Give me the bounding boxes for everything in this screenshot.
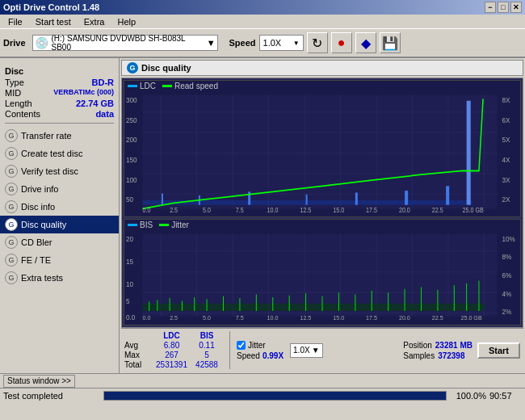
verify-test-disc-label: Verify test disc [21, 166, 78, 176]
svg-text:2%: 2% [502, 309, 512, 317]
close-button[interactable]: ✕ [510, 2, 522, 13]
svg-text:8%: 8% [502, 253, 512, 262]
max-ldc: 267 [153, 351, 190, 359]
svg-text:25.0 GB: 25.0 GB [461, 314, 482, 321]
svg-text:15.0: 15.0 [333, 207, 344, 215]
svg-rect-18 [162, 194, 163, 205]
sidebar-item-disc-quality[interactable]: G Disc quality [0, 216, 119, 233]
ldc-legend-item: LDC [128, 82, 156, 90]
svg-text:7.5: 7.5 [236, 207, 244, 215]
svg-text:15: 15 [126, 258, 133, 267]
bis-header: BIS [191, 331, 223, 340]
speed-stat-label: Speed [237, 351, 260, 360]
window-controls: − □ ✕ [485, 2, 522, 13]
start-button[interactable]: Start [477, 342, 520, 359]
speed-stat-value: 0.99X [262, 351, 284, 360]
svg-text:200: 200 [126, 136, 137, 145]
svg-text:20.0: 20.0 [399, 207, 410, 215]
svg-text:3X: 3X [502, 175, 510, 184]
menu-file[interactable]: File [3, 16, 27, 27]
sidebar-item-verify-test-disc[interactable]: G Verify test disc [0, 162, 119, 180]
speed-arrow: ▼ [293, 40, 300, 47]
transfer-rate-icon: G [5, 129, 18, 142]
max-bis: 5 [191, 351, 223, 359]
sidebar: Disc Type BD-R MID VERBATIMc (000) Lengt… [0, 58, 120, 373]
progress-percentage: 100.0% [450, 391, 486, 401]
verify-test-disc-icon: G [5, 165, 18, 178]
sidebar-item-transfer-rate[interactable]: G Transfer rate [0, 127, 119, 145]
svg-text:0.0: 0.0 [126, 313, 136, 322]
svg-text:22.5: 22.5 [432, 207, 443, 215]
svg-text:4%: 4% [502, 290, 512, 299]
disc-type-label: Type [5, 78, 24, 87]
disc-quality-header: G Disc quality [121, 60, 523, 76]
status-window-bar: Status window >> [0, 373, 525, 388]
disc-length-value: 22.74 GB [76, 99, 114, 108]
speed-select[interactable]: 1.0X ▼ [259, 35, 304, 51]
svg-text:17.5: 17.5 [366, 314, 377, 321]
samples-value: 372398 [438, 351, 464, 360]
max-label: Max [124, 351, 153, 359]
disc-quality-panel: G Disc quality LDC Read speed [120, 58, 525, 373]
status-window-button[interactable]: Status window >> [3, 375, 75, 388]
speed-combo-arrow: ▼ [312, 346, 320, 355]
disc-section-title: Disc [0, 65, 119, 78]
sidebar-item-disc-info[interactable]: G Disc info [0, 198, 119, 216]
svg-text:12.5: 12.5 [300, 314, 311, 321]
maximize-button[interactable]: □ [498, 2, 509, 13]
menu-extra[interactable]: Extra [79, 16, 110, 27]
stats-divider [229, 331, 230, 369]
drive-label: Drive [3, 38, 26, 48]
svg-text:0.0: 0.0 [142, 207, 150, 215]
jitter-checkbox[interactable] [237, 341, 246, 350]
create-test-disc-icon: G [5, 147, 18, 160]
jitter-legend-item: Jitter [159, 220, 189, 229]
titlebar: Opti Drive Control 1.48 − □ ✕ [0, 0, 525, 15]
menu-help[interactable]: Help [112, 16, 141, 27]
svg-text:4X: 4X [502, 155, 510, 164]
save-button[interactable]: 💾 [380, 32, 401, 53]
cd-bler-label: CD Bler [21, 237, 52, 247]
svg-text:10%: 10% [502, 235, 516, 244]
disc-mid-value: VERBATIMc (000) [53, 88, 114, 98]
svg-text:22.5: 22.5 [432, 314, 443, 321]
progress-bar [103, 391, 447, 401]
svg-text:150: 150 [126, 155, 137, 164]
speed-stat-combo[interactable]: 1.0X ▼ [290, 343, 322, 358]
svg-text:20: 20 [126, 235, 133, 244]
action-button-2[interactable]: ◆ [355, 32, 376, 53]
total-label: Total [124, 360, 153, 369]
read-speed-legend-label: Read speed [174, 82, 218, 90]
action-button-1[interactable]: ● [331, 32, 352, 53]
sidebar-item-cd-bler[interactable]: G CD Bler [0, 233, 119, 251]
disc-contents-value: data [95, 109, 114, 119]
jitter-color [159, 224, 169, 226]
svg-rect-22 [355, 192, 358, 204]
svg-text:5: 5 [126, 297, 130, 306]
disc-quality-panel-icon: G [127, 62, 138, 74]
minimize-button[interactable]: − [485, 2, 496, 13]
fe-te-label: FE / TE [21, 255, 51, 265]
sidebar-item-drive-info[interactable]: G Drive info [0, 180, 119, 198]
jitter-legend-label: Jitter [171, 220, 189, 229]
disc-type-value: BD-R [92, 78, 115, 87]
jitter-speed-group: Jitter Speed 0.99X [237, 341, 284, 360]
svg-text:10.0: 10.0 [267, 314, 279, 321]
refresh-button[interactable]: ↻ [307, 32, 328, 53]
sidebar-item-fe-te[interactable]: G FE / TE [0, 251, 119, 269]
svg-text:5.0: 5.0 [203, 207, 211, 215]
svg-text:20.0: 20.0 [399, 314, 410, 321]
total-bis: 42588 [191, 360, 223, 369]
sidebar-item-create-test-disc[interactable]: G Create test disc [0, 145, 119, 162]
svg-rect-25 [467, 101, 471, 205]
sidebar-item-extra-tests[interactable]: G Extra tests [0, 269, 119, 287]
app-title: Opti Drive Control 1.48 [3, 2, 99, 12]
svg-text:2.5: 2.5 [170, 314, 178, 321]
drive-select[interactable]: 💿 (H:) SAMSUNG DVDWBD SH-B083L SB00 ▼ [32, 35, 218, 51]
bis-legend-label: BIS [140, 220, 153, 229]
menu-start-test[interactable]: Start test [31, 16, 76, 27]
menubar: File Start test Extra Help [0, 15, 525, 29]
avg-bis: 0.11 [191, 341, 223, 350]
svg-text:15.0: 15.0 [333, 314, 344, 321]
drive-icon: 💿 [35, 36, 48, 49]
